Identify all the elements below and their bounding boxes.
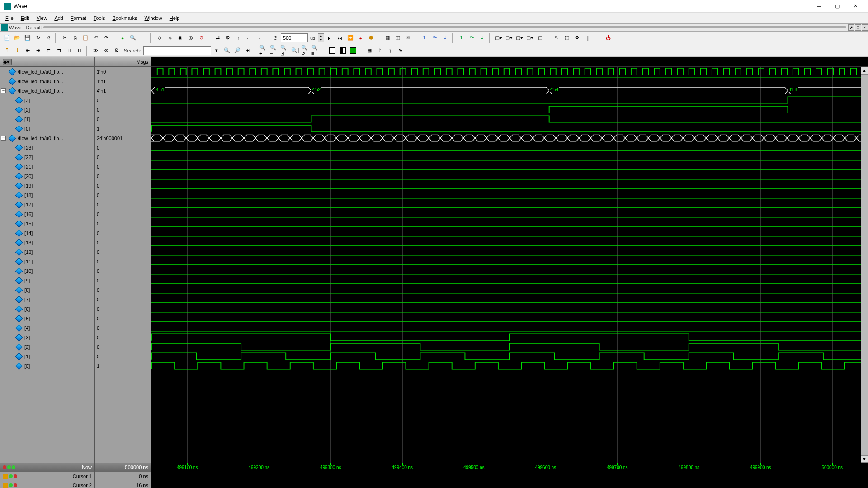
signal-row[interactable]: [6] bbox=[0, 304, 94, 314]
edit-marker-button[interactable]: ☷ bbox=[593, 33, 603, 43]
arrow-right-icon[interactable]: → bbox=[254, 33, 264, 43]
signal-row[interactable]: [18] bbox=[0, 190, 94, 200]
signal-row[interactable]: [14] bbox=[0, 228, 94, 238]
paste-button[interactable]: 📋 bbox=[80, 33, 90, 43]
wave-row[interactable] bbox=[151, 228, 868, 238]
signal-row[interactable]: [23] bbox=[0, 143, 94, 152]
signal-row[interactable]: [3] bbox=[0, 333, 94, 342]
wave-vertical-scrollbar[interactable]: ▲ ▼ bbox=[861, 67, 868, 463]
step-out-button[interactable]: ↥ bbox=[420, 33, 429, 43]
signal-row[interactable]: [12] bbox=[0, 247, 94, 257]
signal-rise-icon[interactable]: ⤴ bbox=[375, 46, 385, 56]
menu-help[interactable]: Help bbox=[166, 14, 184, 22]
wave-row[interactable] bbox=[151, 257, 868, 266]
signal-row[interactable]: [20] bbox=[0, 171, 94, 181]
wave-style-2-button[interactable] bbox=[338, 46, 348, 56]
open-button[interactable]: 📂 bbox=[12, 33, 22, 43]
signal-row[interactable]: [10] bbox=[0, 266, 94, 276]
edge-next-button[interactable]: ⤓ bbox=[12, 46, 22, 56]
zoom-in-button[interactable]: 🔍+ bbox=[259, 46, 269, 56]
lock-icon[interactable] bbox=[3, 474, 8, 479]
cursor-label-row[interactable]: Cursor 1 bbox=[0, 472, 94, 481]
wave-row[interactable] bbox=[151, 304, 868, 314]
pan-mode-button[interactable]: ✥ bbox=[572, 33, 582, 43]
edge-prev-button[interactable]: ⤒ bbox=[2, 46, 12, 56]
cursor-label-row[interactable]: Cursor 2 bbox=[0, 481, 94, 488]
wave-row[interactable] bbox=[151, 181, 868, 190]
wave-row[interactable] bbox=[151, 200, 868, 209]
search-prev-button[interactable]: ≫ bbox=[91, 46, 101, 56]
signal-row[interactable]: [2] bbox=[0, 105, 94, 114]
wave-row[interactable] bbox=[151, 105, 868, 114]
run-length-spinner[interactable]: ▲▼ bbox=[318, 33, 324, 42]
tool-button-4[interactable]: ◎ bbox=[186, 33, 196, 43]
tool-button-3[interactable]: ◉ bbox=[175, 33, 185, 43]
cursor-options-button[interactable]: ⚙ bbox=[223, 33, 233, 43]
run-length-button[interactable]: ⏱ bbox=[270, 33, 280, 43]
wave-row[interactable] bbox=[151, 171, 868, 181]
stop-button[interactable]: ⬢ bbox=[366, 33, 376, 43]
maximize-pane-button[interactable]: □ bbox=[855, 24, 861, 31]
wave-style-3-button[interactable] bbox=[348, 46, 358, 56]
tool-button-5[interactable]: ⊘ bbox=[196, 33, 206, 43]
signal-row[interactable]: /flow_led_tb/u0_flo... bbox=[0, 76, 94, 86]
step-into-button[interactable]: ↧ bbox=[440, 33, 450, 43]
copy-button[interactable]: ⎘ bbox=[70, 33, 80, 43]
zoom-mode-button[interactable]: ⬚ bbox=[562, 33, 572, 43]
wave-row[interactable] bbox=[151, 238, 868, 247]
layout-5-button[interactable]: ▢ bbox=[535, 33, 545, 43]
wave-style-1-button[interactable] bbox=[327, 46, 337, 56]
zoom-last-button[interactable]: 🔍↺ bbox=[301, 46, 311, 56]
menu-file[interactable]: File bbox=[2, 14, 17, 22]
wave-row[interactable] bbox=[151, 285, 868, 295]
signal-row[interactable]: [4] bbox=[0, 323, 94, 333]
memory-button[interactable]: ▦ bbox=[382, 33, 392, 43]
maximize-button[interactable]: ▢ bbox=[828, 0, 846, 12]
search-input[interactable] bbox=[143, 46, 211, 55]
find-button[interactable]: 🔍 bbox=[128, 33, 138, 43]
edge-btn-7[interactable]: ⊓ bbox=[64, 46, 74, 56]
layout-3-button[interactable]: ▢▾ bbox=[514, 33, 524, 43]
close-pane-button[interactable]: × bbox=[862, 24, 868, 31]
expander-icon[interactable]: − bbox=[1, 88, 6, 93]
signal-row[interactable]: [0] bbox=[0, 361, 94, 371]
signal-both-icon[interactable]: ∿ bbox=[396, 46, 406, 56]
edge-btn-5[interactable]: ⊏ bbox=[43, 46, 53, 56]
cursor-value-row[interactable]: 16 ns bbox=[95, 481, 151, 488]
signal-row[interactable]: [7] bbox=[0, 295, 94, 304]
layout-4-button[interactable]: ▢▾ bbox=[525, 33, 535, 43]
signal-row[interactable]: [9] bbox=[0, 276, 94, 285]
edge-first-button[interactable]: ⇤ bbox=[23, 46, 33, 56]
signal-row[interactable]: −/flow_led_tb/u0_flo... bbox=[0, 86, 94, 95]
wave-row[interactable] bbox=[151, 124, 868, 133]
redo-button[interactable]: ↷ bbox=[101, 33, 111, 43]
wave-row[interactable] bbox=[151, 133, 868, 143]
menu-tools[interactable]: Tools bbox=[90, 14, 109, 22]
cursor-link-button[interactable]: ⇄ bbox=[212, 33, 222, 43]
undo-button[interactable]: ↶ bbox=[91, 33, 101, 43]
continue-button[interactable]: ⏩ bbox=[345, 33, 355, 43]
cursor-value-row[interactable]: 0 ns bbox=[95, 472, 151, 481]
signal-header-menu-icon[interactable]: ◆▾ bbox=[3, 59, 12, 65]
tool-button-2[interactable]: ◈ bbox=[165, 33, 175, 43]
wave-row[interactable] bbox=[151, 67, 868, 76]
signal-row[interactable]: [1] bbox=[0, 114, 94, 124]
step-out2-button[interactable]: ↥ bbox=[457, 33, 467, 43]
edge-last-button[interactable]: ⇥ bbox=[33, 46, 43, 56]
edge-btn-8[interactable]: ⊔ bbox=[75, 46, 85, 56]
close-button[interactable]: ✕ bbox=[846, 0, 864, 12]
wave-row[interactable] bbox=[151, 314, 868, 323]
wave-row[interactable] bbox=[151, 342, 868, 352]
run-button[interactable]: ⏵ bbox=[325, 33, 335, 43]
save-button[interactable]: 💾 bbox=[23, 33, 33, 43]
signal-row[interactable]: [8] bbox=[0, 285, 94, 295]
signal-row[interactable]: [16] bbox=[0, 209, 94, 219]
menu-format[interactable]: Format bbox=[67, 14, 90, 22]
zoom-out-button[interactable]: 🔍− bbox=[269, 46, 279, 56]
list-button[interactable]: ☰ bbox=[138, 33, 148, 43]
minimize-button[interactable]: ─ bbox=[810, 0, 828, 12]
wave-row[interactable] bbox=[151, 152, 868, 162]
signal-row[interactable]: [13] bbox=[0, 238, 94, 247]
wave-row[interactable] bbox=[151, 352, 868, 361]
wave-canvas[interactable]: 4'h14'h24'h44'h84'h1 bbox=[151, 67, 868, 463]
